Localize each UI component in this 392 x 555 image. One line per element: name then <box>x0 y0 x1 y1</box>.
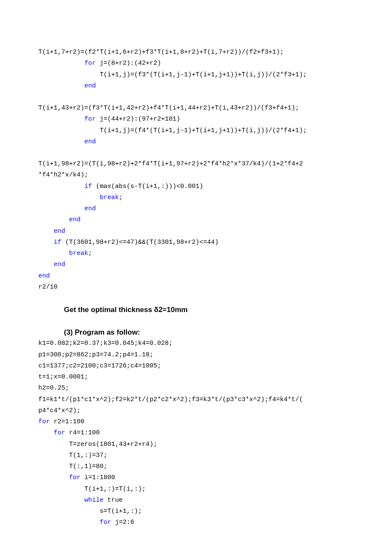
code-text: r2=1:100 <box>50 418 84 425</box>
code-line: T(i+1,7+r2)=(f2*T(i+1,6+r2)+f3*T(i+1,8+r… <box>38 47 354 58</box>
code-text: p4*c4*x^2); <box>38 407 81 414</box>
code-line: break; <box>38 248 354 259</box>
code-keyword: for <box>84 60 96 67</box>
code-keyword: break <box>100 194 119 201</box>
code-keyword: for <box>38 418 50 425</box>
code-text <box>38 205 84 212</box>
code-keyword: if <box>84 183 92 190</box>
code-text <box>38 82 84 90</box>
code-text <box>38 60 84 67</box>
code-text <box>38 239 54 246</box>
code-keyword: end <box>84 138 96 145</box>
code-text: true <box>104 497 123 504</box>
code-text: (T(3601,98+r2)<=47)&&(T(3301,98+r2)<=44) <box>61 239 219 246</box>
code-text: ; <box>119 194 123 201</box>
code-text: T(i+1,j)=(f3*(T(i+1,j-1)+T(i+1,j+1))+T(i… <box>38 71 307 78</box>
code-line: for j=(8+r2):(42+r2) <box>38 58 354 69</box>
code-keyword: for <box>54 429 65 436</box>
blank-line <box>38 293 354 304</box>
code-text <box>38 497 84 504</box>
code-text: i=1:1800 <box>81 474 115 481</box>
code-line: T(1,:)=37; <box>38 450 354 461</box>
code-text: s=T(i+1,:); <box>38 508 142 515</box>
code-text: T(i+1,j)=(f4*(T(i+1,j-1)+T(i+1,j+1))+T(i… <box>38 127 307 134</box>
code-line: f1=k1*t/(p1*c1*x^2);f2=k2*t/(p2*c2*x^2);… <box>38 394 354 405</box>
code-line: T=zeros(1801,43+r2+r4); <box>38 439 354 450</box>
code-text <box>38 228 54 235</box>
code-line: k1=0.082;k2=0.37;k3=0.045;k4=0.028; <box>38 338 354 349</box>
code-keyword: end <box>54 228 65 235</box>
code-text: T(1,:)=37; <box>38 452 107 459</box>
blank-line <box>38 315 354 327</box>
code-line: end <box>38 259 354 270</box>
code-keyword: for <box>84 116 96 123</box>
code-text <box>38 474 69 481</box>
code-text: ; <box>88 250 92 257</box>
code-line: if (max(abs(s-T(i+1,:)))<0.001) <box>38 181 354 192</box>
code-line: if (T(3601,98+r2)<=47)&&(T(3301,98+r2)<=… <box>38 237 354 248</box>
code-line: for j=2:6 <box>38 517 354 528</box>
code-text <box>38 116 84 123</box>
code-text <box>38 216 69 223</box>
code-line: for r4=1:100 <box>38 428 354 439</box>
code-keyword: end <box>38 272 50 280</box>
code-line: end <box>38 214 354 225</box>
code-line: T(:,1)=80; <box>38 461 354 472</box>
code-text: *f4*h2*x/k4); <box>38 171 88 179</box>
code-text: j=(8+r2):(42+r2) <box>96 60 161 67</box>
code-line: s=T(i+1,:); <box>38 506 354 517</box>
code-text: r4=1:100 <box>65 429 100 436</box>
code-line: for j=(44+r2):(97+r2+101) <box>38 114 354 125</box>
code-line: T(i+1,j)=(f3*(T(i+1,j-1)+T(i+1,j+1))+T(i… <box>38 69 354 81</box>
code-text: T=zeros(1801,43+r2+r4); <box>38 441 157 448</box>
code-text: T(i+1,98+r2)=(T(i,98+r2)+2*f4*T(i+1,97+r… <box>38 160 303 168</box>
code-text: r2/10 <box>38 283 58 291</box>
code-text: f1=k1*t/(p1*c1*x^2);f2=k2*t/(p2*c2*x^2);… <box>38 396 303 403</box>
code-line: end <box>38 271 354 282</box>
code-line: break; <box>38 192 354 203</box>
code-text: h2=0.25; <box>38 384 69 392</box>
code-keyword: break <box>69 250 88 257</box>
code-line: t=1;x=0.0001; <box>38 372 354 383</box>
code-line: T(i+1,43+r2)=(f3*T(i+1,42+r2)+f4*T(i+1,4… <box>38 103 354 114</box>
code-text <box>38 194 100 201</box>
blank-line <box>38 147 354 159</box>
code-text <box>38 183 84 190</box>
code-line: for i=1:1800 <box>38 472 354 483</box>
prose-line: Get the optimal thickness δ2=10mm <box>64 304 354 315</box>
code-keyword: end <box>84 205 96 212</box>
code-line: T(i+1,:)=T(i,:); <box>38 484 354 495</box>
code-line: r2/10 <box>38 282 354 293</box>
code-line: end <box>38 226 354 237</box>
code-keyword: end <box>69 216 81 223</box>
code-text: p1=300;p2=862;p3=74.2;p4=1.18; <box>38 351 153 358</box>
code-line: p4*c4*x^2); <box>38 405 354 416</box>
code-text <box>38 429 54 436</box>
code-text <box>38 250 69 257</box>
code-line: for r2=1:100 <box>38 416 354 428</box>
code-text: c1=1377;c2=2100;c3=1726;c4=1005; <box>38 362 161 370</box>
code-text: (max(abs(s-T(i+1,:)))<0.001) <box>92 183 203 190</box>
code-text <box>38 138 84 145</box>
code-line: end <box>38 81 354 92</box>
code-keyword: end <box>84 82 96 90</box>
code-keyword: if <box>54 239 61 246</box>
code-text: T(i+1,7+r2)=(f2*T(i+1,6+r2)+f3*T(i+1,8+r… <box>38 49 284 56</box>
code-line: h2=0.25; <box>38 383 354 394</box>
code-keyword: while <box>84 497 104 504</box>
code-text: T(i+1,:)=T(i,:); <box>38 486 146 493</box>
code-text: T(:,1)=80; <box>38 463 107 470</box>
code-keyword: for <box>69 474 81 481</box>
document-page: T(i+1,7+r2)=(f2*T(i+1,6+r2)+f3*T(i+1,8+r… <box>0 0 392 555</box>
code-line: c1=1377;c2=2100;c3=1726;c4=1005; <box>38 361 354 372</box>
code-line: p1=300;p2=862;p3=74.2;p4=1.18; <box>38 350 354 361</box>
code-text <box>38 261 54 268</box>
prose-line: (3) Program as follow: <box>64 327 354 338</box>
code-text: t=1;x=0.0001; <box>38 373 88 381</box>
code-text: j=2:6 <box>111 519 134 526</box>
code-text: j=(44+r2):(97+r2+101) <box>96 116 180 123</box>
code-line: end <box>38 136 354 147</box>
code-text: T(i+1,43+r2)=(f3*T(i+1,42+r2)+f4*T(i+1,4… <box>38 104 299 112</box>
code-line: T(i+1,98+r2)=(T(i,98+r2)+2*f4*T(i+1,97+r… <box>38 159 354 170</box>
code-line: T(i+1,j)=(f4*(T(i+1,j-1)+T(i+1,j+1))+T(i… <box>38 125 354 136</box>
